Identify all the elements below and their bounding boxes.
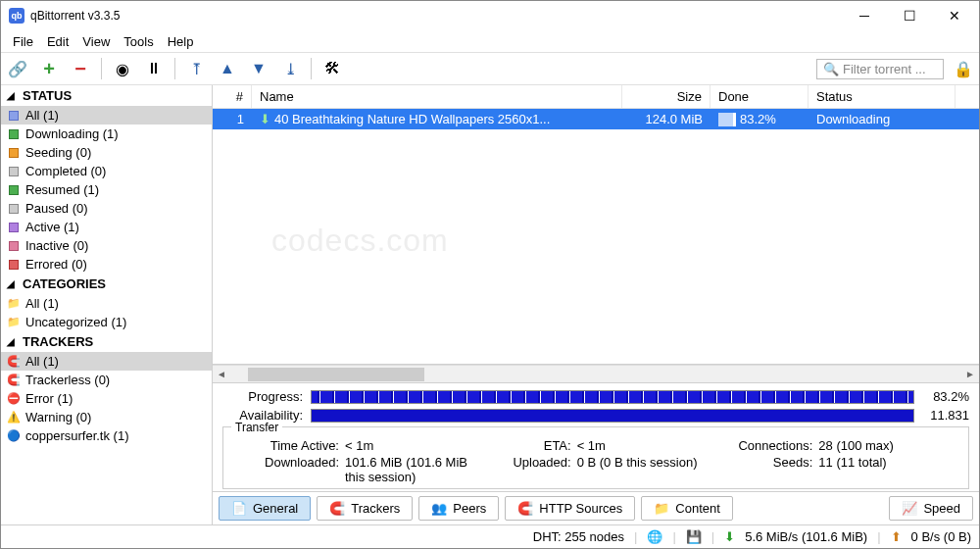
sidebar-item-label: Inactive (0) [25, 238, 88, 253]
menu-view[interactable]: View [76, 32, 116, 51]
sidebar-item-label: Seeding (0) [25, 145, 91, 160]
close-button[interactable]: ✕ [932, 1, 977, 30]
general-icon: 📄 [231, 501, 247, 516]
sidebar-item-label: All (1) [25, 108, 59, 123]
pause-icon[interactable]: ⏸ [143, 58, 165, 79]
sidebar: STATUS All (1)Downloading (1)Seeding (0)… [1, 85, 213, 524]
sidebar-section-categories[interactable]: CATEGORIES [1, 274, 212, 294]
content-icon: 📁 [654, 501, 669, 516]
app-logo: qb [9, 8, 24, 24]
sidebar-status-7[interactable]: Inactive (0) [1, 236, 212, 255]
sidebar-tracker-2[interactable]: ⛔Error (1) [1, 389, 212, 408]
status-color-icon [7, 165, 21, 178]
lock-icon[interactable]: 🔒 [954, 60, 973, 78]
sidebar-status-6[interactable]: Active (1) [1, 218, 212, 236]
sidebar-item-label: All (1) [25, 296, 59, 311]
availability-value: 11.831 [922, 408, 969, 423]
col-done[interactable]: Done [710, 85, 808, 108]
status-color-icon [7, 239, 21, 253]
tab-general[interactable]: 📄General [219, 496, 311, 521]
download-icon: ⬇ [724, 529, 735, 544]
downloading-icon: ⬇ [260, 112, 270, 126]
sidebar-status-2[interactable]: Seeding (0) [1, 143, 212, 162]
sidebar-icon: 🧲 [7, 374, 21, 387]
tab-speed[interactable]: 📈Speed [889, 496, 973, 521]
menu-file[interactable]: File [7, 32, 39, 51]
sidebar-icon: ⛔ [7, 392, 21, 406]
filter-input[interactable]: 🔍Filter torrent ... [816, 59, 944, 79]
status-color-icon [7, 183, 21, 197]
sidebar-section-status[interactable]: STATUS [1, 85, 212, 106]
tab-http-sources[interactable]: 🧲HTTP Sources [505, 496, 635, 521]
search-icon: 🔍 [823, 62, 839, 76]
sidebar-item-label: Resumed (1) [25, 182, 99, 197]
progress-label: Progress: [222, 389, 303, 404]
sidebar-category-1[interactable]: 📁Uncategorized (1) [1, 313, 212, 331]
progress-cell-bar [718, 113, 736, 126]
toolbar: 🔗 + − ◉ ⏸ ⤒ ▲ ▼ ⤓ 🛠 🔍Filter torrent ... … [1, 52, 979, 85]
sidebar-status-0[interactable]: All (1) [1, 106, 212, 125]
details-panel: Progress: 83.2% Availability: 11.831 Tra… [213, 382, 979, 491]
status-color-icon [7, 109, 21, 123]
resume-icon[interactable]: ◉ [112, 58, 133, 79]
horizontal-scrollbar[interactable]: ◄► [213, 365, 979, 382]
sidebar-status-8[interactable]: Errored (0) [1, 255, 212, 274]
sidebar-section-trackers[interactable]: TRACKERS [1, 331, 212, 352]
remove-torrent-icon[interactable]: − [70, 58, 91, 79]
sidebar-status-3[interactable]: Completed (0) [1, 162, 212, 180]
peers-icon: 👥 [431, 501, 447, 516]
disk-icon: 💾 [686, 529, 702, 544]
sidebar-item-label: Completed (0) [25, 164, 106, 178]
sidebar-item-label: Errored (0) [25, 257, 87, 272]
progress-value: 83.2% [922, 389, 969, 404]
sidebar-tracker-4[interactable]: 🔵coppersurfer.tk (1) [1, 426, 212, 445]
minimize-button[interactable]: ─ [842, 1, 887, 30]
settings-icon[interactable]: 🛠 [321, 58, 343, 79]
move-down-icon[interactable]: ▼ [248, 58, 270, 79]
sidebar-icon: 📁 [7, 316, 21, 329]
speed-icon: 📈 [902, 501, 917, 516]
tab-content[interactable]: 📁Content [641, 496, 733, 521]
menu-edit[interactable]: Edit [41, 32, 74, 51]
maximize-button[interactable]: ☐ [887, 1, 932, 30]
dht-status: DHT: 255 nodes [533, 529, 624, 544]
sidebar-status-4[interactable]: Resumed (1) [1, 180, 212, 199]
col-size[interactable]: Size [622, 85, 710, 108]
col-name[interactable]: Name [252, 85, 622, 108]
menu-help[interactable]: Help [162, 32, 200, 51]
col-status[interactable]: Status [808, 85, 956, 108]
status-color-icon [7, 127, 21, 141]
add-torrent-icon[interactable]: + [38, 58, 60, 79]
table-row[interactable]: 1 ⬇40 Breathtaking Nature HD Wallpapers … [213, 109, 979, 129]
trackers-icon: 🧲 [329, 501, 345, 516]
sidebar-item-label: Trackerless (0) [25, 373, 110, 387]
sidebar-status-5[interactable]: Paused (0) [1, 199, 212, 218]
sidebar-item-label: Downloading (1) [25, 126, 119, 141]
status-color-icon [7, 202, 21, 216]
menu-tools[interactable]: Tools [118, 32, 159, 51]
tab-trackers[interactable]: 🧲Trackers [317, 496, 413, 521]
sidebar-tracker-1[interactable]: 🧲Trackerless (0) [1, 371, 212, 389]
sidebar-item-label: Error (1) [25, 391, 73, 406]
move-top-icon[interactable]: ⤒ [185, 58, 207, 79]
sidebar-tracker-3[interactable]: ⚠️Warning (0) [1, 408, 212, 426]
sidebar-category-0[interactable]: 📁All (1) [1, 294, 212, 313]
progress-bar [311, 390, 914, 404]
upload-rate: 0 B/s (0 B) [911, 529, 971, 544]
sidebar-icon: 🧲 [7, 355, 21, 369]
detail-tabs: 📄General 🧲Trackers 👥Peers 🧲HTTP Sources … [213, 491, 979, 524]
sidebar-icon: 🔵 [7, 429, 21, 443]
add-link-icon[interactable]: 🔗 [7, 58, 28, 79]
transfer-header: Transfer [231, 421, 282, 434]
sidebar-item-label: Active (1) [25, 220, 79, 234]
download-rate: 5.6 MiB/s (101.6 MiB) [745, 529, 867, 544]
sidebar-status-1[interactable]: Downloading (1) [1, 125, 212, 143]
globe-icon[interactable]: 🌐 [647, 529, 662, 544]
move-bottom-icon[interactable]: ⤓ [279, 58, 301, 79]
sidebar-item-label: All (1) [25, 354, 59, 369]
status-color-icon [7, 258, 21, 272]
tab-peers[interactable]: 👥Peers [418, 496, 499, 521]
move-up-icon[interactable]: ▲ [217, 58, 238, 79]
col-index[interactable]: # [213, 85, 252, 108]
sidebar-tracker-0[interactable]: 🧲All (1) [1, 352, 212, 371]
